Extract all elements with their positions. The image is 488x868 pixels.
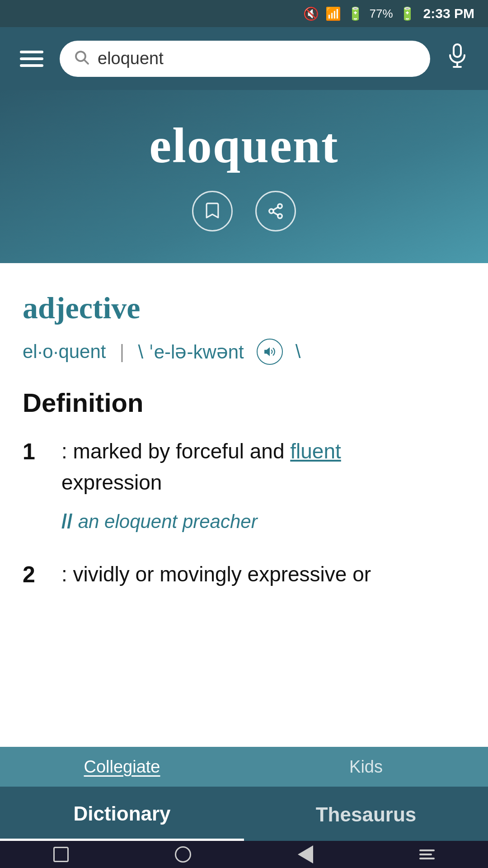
mic-button[interactable] (443, 40, 472, 77)
example-slash-1: // (61, 510, 78, 532)
tab-dictionary[interactable]: Dictionary (0, 787, 244, 841)
bottom-tab-bar: Dictionary Thesaurus (0, 787, 488, 841)
menu-button[interactable] (16, 47, 47, 71)
phonetic: \ ˈe-lə-kwənt (138, 341, 244, 363)
def-text-main-2: vividly or movingly expressive or (73, 562, 371, 586)
triangle-icon (298, 845, 313, 863)
android-nav-bar (0, 841, 488, 868)
status-icons: 🔇 📶 🔋 77% 🔋 (303, 6, 415, 21)
word-actions (192, 191, 296, 231)
battery-level: 77% (370, 7, 393, 21)
bookmark-button[interactable] (192, 191, 233, 231)
definition-item-1: 1 : marked by forceful and fluent expres… (23, 436, 465, 536)
svg-line-8 (273, 212, 278, 215)
svg-marker-10 (265, 348, 269, 355)
definition-heading: Definition (23, 387, 465, 418)
status-bar: 🔇 📶 🔋 77% 🔋 2:33 PM (0, 0, 488, 27)
search-icon (73, 49, 89, 69)
def-number-1: 1 (23, 436, 45, 536)
share-icon (255, 191, 296, 231)
word-heading: eloquent (149, 117, 338, 175)
definition-section: Definition 1 : marked by forceful and fl… (23, 387, 465, 631)
def-text-after-1: expression (61, 471, 162, 494)
svg-line-9 (273, 207, 278, 210)
def-text-main-1: marked by forceful and (73, 439, 285, 463)
square-icon (53, 847, 69, 862)
def-number-2: 2 (23, 559, 45, 590)
share-button[interactable] (255, 191, 296, 231)
def-colon-1: : (61, 439, 73, 463)
tab-thesaurus[interactable]: Thesaurus (244, 787, 488, 841)
nav-home-button[interactable] (164, 843, 202, 866)
svg-rect-2 (454, 44, 461, 57)
def-colon-2: : (61, 562, 73, 586)
word-hero: eloquent (0, 90, 488, 263)
definition-item-2: 2 : vividly or movingly expressive or (23, 559, 465, 590)
def-text-block-1: : marked by forceful and fluent expressi… (61, 436, 465, 536)
example-text-1: an eloquent preacher (78, 511, 258, 532)
lines-icon (419, 849, 435, 859)
pronunciation-end-slash: \ (296, 341, 301, 363)
tab-collegiate[interactable]: Collegiate (0, 747, 244, 787)
tab-kids[interactable]: Kids (244, 747, 488, 787)
separator: | (120, 341, 125, 363)
syllables: el·o·quent (23, 341, 106, 363)
part-of-speech: adjective (23, 290, 465, 326)
header (0, 27, 488, 90)
inner-tab-bar: Collegiate Kids (0, 747, 488, 787)
wifi-icon: 📶 (325, 6, 341, 21)
svg-line-1 (84, 60, 88, 63)
def-example-1: // an eloquent preacher (61, 506, 465, 536)
speaker-button[interactable] (257, 339, 283, 365)
main-content: adjective el·o·quent | \ ˈe-lə-kwənt \ D… (0, 263, 488, 631)
mute-icon: 🔇 (303, 6, 319, 21)
nav-recent-button[interactable] (42, 843, 80, 866)
def-text-1: : marked by forceful and fluent expressi… (61, 436, 465, 498)
search-bar (60, 41, 430, 77)
bookmark-icon (192, 191, 233, 231)
charging-icon: 🔋 (399, 6, 415, 21)
nav-menu-button[interactable] (408, 846, 446, 863)
def-link-fluent[interactable]: fluent (290, 439, 341, 463)
nav-back-button[interactable] (287, 842, 324, 867)
def-text-2: : vividly or movingly expressive or (61, 559, 465, 590)
pronunciation-row: el·o·quent | \ ˈe-lə-kwənt \ (23, 339, 465, 365)
circle-icon (175, 846, 191, 863)
def-text-block-2: : vividly or movingly expressive or (61, 559, 465, 590)
status-time: 2:33 PM (423, 6, 474, 21)
search-input[interactable] (98, 49, 417, 68)
battery-saver-icon: 🔋 (347, 6, 363, 21)
